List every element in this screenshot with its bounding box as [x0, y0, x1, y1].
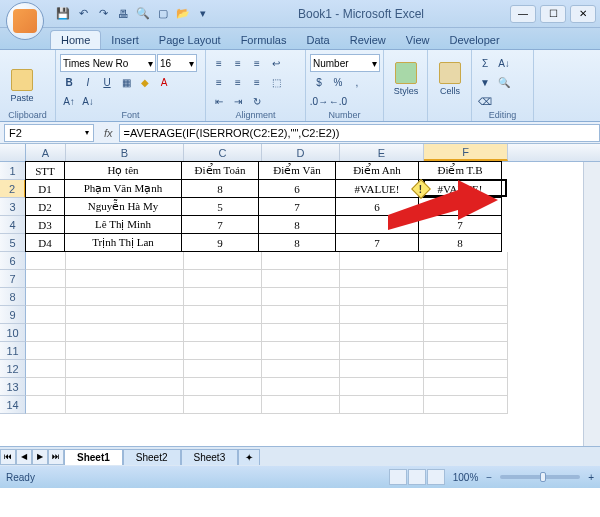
row-header-4[interactable]: 4: [0, 216, 26, 234]
cell-F6[interactable]: [424, 252, 508, 270]
cell-B9[interactable]: [66, 306, 184, 324]
cell-B5[interactable]: Trịnh Thị Lan: [64, 233, 182, 252]
cell-F12[interactable]: [424, 360, 508, 378]
column-header-A[interactable]: A: [26, 144, 66, 161]
row-header-9[interactable]: 9: [0, 306, 26, 324]
column-header-C[interactable]: C: [184, 144, 262, 161]
align-center-button[interactable]: ≡: [229, 73, 247, 91]
indent-inc-button[interactable]: ⇥: [229, 92, 247, 110]
cell-E1[interactable]: Điểm Anh: [335, 161, 419, 180]
name-box[interactable]: F2▾: [4, 124, 94, 142]
fill-color-button[interactable]: ◆: [136, 73, 154, 91]
cell-C11[interactable]: [184, 342, 262, 360]
row-header-1[interactable]: 1: [0, 162, 26, 180]
align-top-button[interactable]: ≡: [210, 54, 228, 72]
align-bottom-button[interactable]: ≡: [248, 54, 266, 72]
zoom-out-button[interactable]: −: [486, 472, 492, 483]
bold-button[interactable]: B: [60, 73, 78, 91]
row-header-7[interactable]: 7: [0, 270, 26, 288]
cell-E12[interactable]: [340, 360, 424, 378]
cell-E10[interactable]: [340, 324, 424, 342]
sheet-tab-2[interactable]: Sheet2: [123, 449, 181, 465]
cell-A10[interactable]: [26, 324, 66, 342]
column-header-B[interactable]: B: [66, 144, 184, 161]
redo-icon[interactable]: ↷: [94, 5, 112, 23]
tab-formulas[interactable]: Formulas: [231, 31, 297, 49]
row-header-2[interactable]: 2: [0, 180, 26, 198]
close-button[interactable]: ✕: [570, 5, 596, 23]
cell-D7[interactable]: [262, 270, 340, 288]
font-name-combo[interactable]: Times New Ro▾: [60, 54, 156, 72]
tab-view[interactable]: View: [396, 31, 440, 49]
cell-D2[interactable]: 6: [258, 179, 336, 198]
cell-B10[interactable]: [66, 324, 184, 342]
cell-D5[interactable]: 8: [258, 233, 336, 252]
cell-C12[interactable]: [184, 360, 262, 378]
vertical-scrollbar[interactable]: [583, 162, 600, 446]
font-color-button[interactable]: A: [155, 73, 173, 91]
quickprint-icon[interactable]: 🖶: [114, 5, 132, 23]
row-header-12[interactable]: 12: [0, 360, 26, 378]
cell-F11[interactable]: [424, 342, 508, 360]
paste-button[interactable]: Paste: [4, 59, 40, 113]
cell-C5[interactable]: 9: [181, 233, 259, 252]
cell-C3[interactable]: 5: [181, 197, 259, 216]
sheet-tab-1[interactable]: Sheet1: [64, 449, 123, 465]
cell-F13[interactable]: [424, 378, 508, 396]
preview-icon[interactable]: 🔍: [134, 5, 152, 23]
sheet-nav-first[interactable]: ⏮: [0, 449, 16, 465]
percent-button[interactable]: %: [329, 73, 347, 91]
cell-B6[interactable]: [66, 252, 184, 270]
styles-button[interactable]: Styles: [388, 52, 424, 106]
formula-input[interactable]: =AVERAGE(IF(ISERROR(C2:E2),"",C2:E2)): [119, 124, 600, 142]
select-all-corner[interactable]: [0, 144, 26, 161]
cell-D12[interactable]: [262, 360, 340, 378]
cell-F7[interactable]: [424, 270, 508, 288]
zoom-level[interactable]: 100%: [453, 472, 479, 483]
row-header-10[interactable]: 10: [0, 324, 26, 342]
cell-C2[interactable]: 8: [181, 179, 259, 198]
fill-button[interactable]: ▼: [476, 73, 494, 91]
cell-E6[interactable]: [340, 252, 424, 270]
underline-button[interactable]: U: [98, 73, 116, 91]
cell-D3[interactable]: 7: [258, 197, 336, 216]
minimize-button[interactable]: —: [510, 5, 536, 23]
column-header-D[interactable]: D: [262, 144, 340, 161]
zoom-slider[interactable]: [500, 475, 580, 479]
cell-A1[interactable]: STT: [25, 161, 65, 180]
cell-D4[interactable]: 8: [258, 215, 336, 234]
view-layout-button[interactable]: [408, 469, 426, 485]
sheet-tab-3[interactable]: Sheet3: [181, 449, 239, 465]
column-header-F[interactable]: F: [424, 144, 508, 161]
sheet-nav-last[interactable]: ⏭: [48, 449, 64, 465]
shrink-font-button[interactable]: A↓: [79, 92, 97, 110]
find-button[interactable]: 🔍: [495, 73, 513, 91]
align-left-button[interactable]: ≡: [210, 73, 228, 91]
cell-C9[interactable]: [184, 306, 262, 324]
sheet-nav-prev[interactable]: ◀: [16, 449, 32, 465]
inc-decimal-button[interactable]: .0→: [310, 92, 328, 110]
cell-D1[interactable]: Điểm Văn: [258, 161, 336, 180]
row-header-14[interactable]: 14: [0, 396, 26, 414]
grow-font-button[interactable]: A↑: [60, 92, 78, 110]
maximize-button[interactable]: ☐: [540, 5, 566, 23]
cell-F10[interactable]: [424, 324, 508, 342]
new-sheet-button[interactable]: ✦: [238, 449, 260, 465]
new-icon[interactable]: ▢: [154, 5, 172, 23]
column-header-E[interactable]: E: [340, 144, 424, 161]
cell-D6[interactable]: [262, 252, 340, 270]
cell-C4[interactable]: 7: [181, 215, 259, 234]
cell-C1[interactable]: Điểm Toán: [181, 161, 259, 180]
open-icon[interactable]: 📂: [174, 5, 192, 23]
border-button[interactable]: ▦: [117, 73, 135, 91]
cell-D14[interactable]: [262, 396, 340, 414]
cell-B1[interactable]: Họ tên: [64, 161, 182, 180]
cell-D13[interactable]: [262, 378, 340, 396]
cells-area[interactable]: STTHọ tênĐiểm ToánĐiểm VănĐiểm AnhĐiểm T…: [26, 162, 600, 414]
italic-button[interactable]: I: [79, 73, 97, 91]
cell-E11[interactable]: [340, 342, 424, 360]
view-break-button[interactable]: [427, 469, 445, 485]
cell-B14[interactable]: [66, 396, 184, 414]
row-header-13[interactable]: 13: [0, 378, 26, 396]
cell-B2[interactable]: Phạm Văn Mạnh: [64, 179, 182, 198]
